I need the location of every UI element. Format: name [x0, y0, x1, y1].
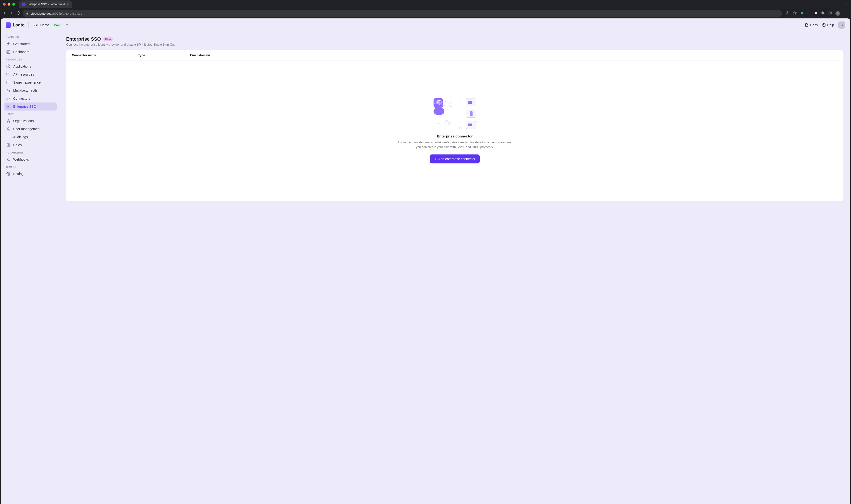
document-icon: [805, 23, 809, 27]
page-title-row: Enterprise SSO Beta: [66, 36, 844, 42]
lock-icon: [6, 88, 11, 93]
ext-icon-3[interactable]: [814, 11, 818, 16]
nav-label: Applications: [13, 65, 31, 68]
sidebar-item-sign-in-experience[interactable]: Sign-in experience: [4, 78, 57, 87]
sidebar-item-api-resources[interactable]: API resources: [4, 70, 57, 78]
svg-rect-6: [829, 12, 832, 14]
tenant-name: SSO Demo: [32, 23, 49, 27]
maximize-window-icon[interactable]: [12, 3, 15, 6]
reload-button[interactable]: [17, 11, 20, 16]
svg-point-25: [9, 122, 10, 123]
user-icon: [6, 127, 11, 131]
new-tab-button[interactable]: +: [73, 2, 80, 7]
nav-label: Webhooks: [13, 158, 29, 161]
nav-label: Multi-factor auth: [13, 89, 37, 92]
bookmark-icon[interactable]: [793, 11, 797, 16]
tab-title: Enterprise SSO - Logto Cloud: [28, 3, 65, 6]
window-controls[interactable]: [3, 3, 15, 6]
button-label: Add enterprise connector: [438, 157, 475, 161]
url-path: /ar024p/enterprise-sso: [51, 12, 82, 15]
sidebar-item-get-started[interactable]: Get started: [4, 40, 57, 48]
tab-bar: Enterprise SSO - Logto Cloud × +: [0, 0, 851, 8]
nav-label: Audit logs: [13, 135, 28, 139]
svg-point-2: [801, 12, 803, 14]
tenant-switcher[interactable]: [66, 23, 69, 27]
sidebar-item-audit-logs[interactable]: Audit logs: [4, 133, 57, 141]
ext-icon-2[interactable]: [807, 11, 811, 16]
app-root: Logto SSO Demo Prod Docs Help S OVERVIEW: [1, 18, 850, 504]
svg-point-24: [7, 122, 8, 123]
sidebar-item-applications[interactable]: Applications: [4, 62, 57, 70]
ext-icon-1[interactable]: [800, 11, 804, 16]
tabs-overflow-icon[interactable]: [842, 2, 849, 6]
favicon-icon: [22, 3, 25, 6]
share-icon[interactable]: [786, 11, 789, 16]
lock-icon: [26, 12, 29, 15]
beta-badge: Beta: [103, 37, 113, 41]
browser-tab[interactable]: Enterprise SSO - Logto Cloud ×: [19, 0, 72, 8]
gear-icon: [6, 172, 11, 176]
add-enterprise-connector-button[interactable]: + Add enterprise connector: [430, 155, 480, 163]
cloud-icon: [6, 72, 11, 76]
close-window-icon[interactable]: [3, 3, 6, 6]
sidebar-item-user-management[interactable]: User management: [4, 125, 57, 133]
svg-rect-20: [7, 90, 10, 92]
section-users: USERS: [4, 110, 57, 117]
sidebar-item-enterprise-sso[interactable]: Enterprise SSO: [4, 103, 57, 110]
sidebar-item-organizations[interactable]: Organizations: [4, 117, 57, 125]
nav-label: Get started: [13, 42, 30, 46]
address-bar[interactable]: cloud.logto.dev/ar024p/enterprise-sso: [23, 10, 782, 17]
empty-description: Logto has provided many built-in enterpr…: [398, 140, 511, 149]
sidebar-item-webhooks[interactable]: Webhooks: [4, 156, 57, 163]
help-link[interactable]: Help: [822, 23, 834, 27]
illustration: [434, 98, 476, 129]
sidebar-item-dashboard[interactable]: Dashboard: [4, 48, 57, 56]
logo-icon: [6, 22, 11, 28]
brand-name: Logto: [13, 23, 24, 28]
nav-label: Enterprise SSO: [13, 105, 36, 108]
table-header: Connector name Type Email domain: [66, 50, 844, 60]
section-resources: RESOURCES: [4, 56, 57, 62]
window-icon: [6, 80, 11, 85]
svg-point-26: [7, 128, 9, 129]
forward-button[interactable]: [10, 11, 13, 16]
section-overview: OVERVIEW: [4, 34, 57, 40]
profile-avatar[interactable]: S: [835, 11, 840, 16]
nav-label: API resources: [13, 72, 34, 76]
box-icon: [6, 64, 11, 69]
sidebar-item-roles[interactable]: Roles: [4, 141, 57, 149]
svg-point-10: [845, 14, 846, 14]
nav-label: Settings: [13, 172, 25, 176]
list-icon: [6, 135, 11, 139]
link-icon: [6, 96, 11, 101]
nav-label: Organizations: [13, 119, 34, 123]
panel-icon[interactable]: [828, 11, 832, 16]
back-button[interactable]: [2, 11, 6, 16]
sidebar-item-settings[interactable]: Settings: [4, 170, 57, 178]
menu-icon[interactable]: [844, 11, 847, 16]
brand-logo[interactable]: Logto: [6, 22, 24, 28]
docs-link[interactable]: Docs: [805, 23, 818, 27]
divider: [28, 22, 29, 28]
svg-point-3: [808, 12, 810, 14]
sidebar-item-mfa[interactable]: Multi-factor auth: [4, 87, 57, 94]
nav-label: User management: [13, 127, 40, 131]
user-avatar[interactable]: S: [838, 21, 845, 29]
sidebar: OVERVIEW Get started Dashboard RESOURCES…: [1, 32, 59, 504]
extensions-icon[interactable]: [821, 11, 825, 16]
empty-state: Enterprise connector Logto has provided …: [66, 60, 844, 201]
section-tenant: TENANT: [4, 163, 57, 170]
help-label: Help: [827, 23, 834, 27]
svg-point-23: [8, 119, 9, 120]
close-tab-icon[interactable]: ×: [67, 2, 69, 6]
minimize-window-icon[interactable]: [7, 3, 11, 6]
nav-label: Connectors: [13, 96, 30, 101]
bolt-icon: [6, 42, 11, 46]
url-domain: cloud.logto.dev: [31, 12, 51, 15]
plus-icon: +: [434, 157, 436, 161]
sidebar-item-connectors[interactable]: Connectors: [4, 94, 57, 103]
nav-label: Roles: [13, 143, 22, 147]
svg-marker-1: [793, 11, 796, 14]
section-automation: AUTOMATION: [4, 149, 57, 156]
page-title: Enterprise SSO: [66, 36, 101, 42]
